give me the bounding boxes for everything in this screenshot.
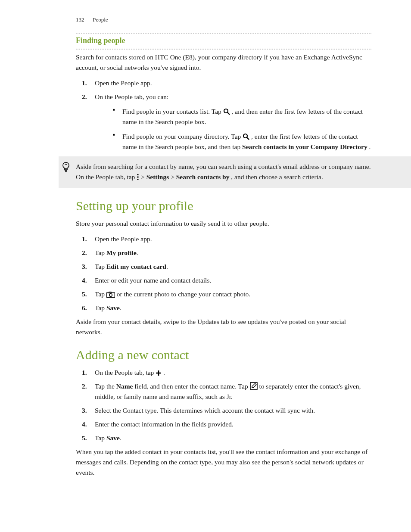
paragraph: When you tap the added contact in your c… xyxy=(76,447,371,478)
list-item: 2.Tap My profile. xyxy=(76,248,371,258)
svg-line-3 xyxy=(247,137,249,140)
heading-adding-new-contact: Adding a new contact xyxy=(76,348,371,362)
svg-point-4 xyxy=(63,162,69,168)
list-item: 5. Tap or the current photo to change yo… xyxy=(76,289,371,299)
svg-rect-7 xyxy=(137,174,139,175)
search-icon xyxy=(223,108,230,115)
svg-rect-15 xyxy=(250,383,257,389)
list-item: 4.Enter the contact information in the f… xyxy=(76,419,371,429)
list-item: 6.Tap Save. xyxy=(76,303,371,313)
list-item: Find people in your contacts list. Tap ,… xyxy=(113,106,371,127)
section-name: People xyxy=(93,16,108,23)
edit-icon xyxy=(250,382,258,390)
paragraph: Aside from your contact details, swipe t… xyxy=(76,317,371,337)
ordered-list: 1. On the People tab, tap . 2. Tap the N… xyxy=(76,367,371,443)
list-item: 5.Tap Save. xyxy=(76,433,371,443)
heading-finding-people: Finding people xyxy=(76,36,371,45)
ordered-list: 1.Open the People app. 2.Tap My profile.… xyxy=(76,234,371,313)
running-header: 132 People xyxy=(76,16,371,23)
list-item: 2. On the People tab, you can: Find peop… xyxy=(76,92,371,152)
svg-point-12 xyxy=(109,294,112,296)
list-item: 4.Enter or edit your name and contact de… xyxy=(76,275,371,286)
heading-setting-up-profile: Setting up your profile xyxy=(76,199,371,213)
page-number: 132 xyxy=(76,16,91,23)
plus-icon xyxy=(156,370,162,376)
list-item: 1. On the People tab, tap . xyxy=(76,367,371,378)
tip-box: Aside from searching for a contact by na… xyxy=(59,156,411,188)
lightbulb-icon xyxy=(61,162,72,172)
paragraph: Search for contacts stored on HTC One (E… xyxy=(76,52,371,73)
list-item: 1. Open the People app. xyxy=(76,78,371,88)
list-item: 3.Select the Contact type. This determin… xyxy=(76,405,371,416)
overflow-menu-icon xyxy=(137,174,139,180)
ordered-list: 1. Open the People app. 2. On the People… xyxy=(76,78,371,152)
svg-rect-8 xyxy=(137,177,139,178)
list-item: 3.Tap Edit my contact card. xyxy=(76,261,371,272)
list-item: 2. Tap the Name field, and then enter th… xyxy=(76,381,371,402)
camera-icon xyxy=(106,292,115,298)
tip-text: Aside from searching for a contact by na… xyxy=(76,162,371,182)
list-item: Find people on your company directory. T… xyxy=(113,131,371,152)
divider xyxy=(76,33,371,34)
svg-line-1 xyxy=(227,112,230,115)
search-icon xyxy=(243,133,249,140)
divider xyxy=(76,49,371,50)
svg-rect-9 xyxy=(137,179,139,180)
list-item: 1.Open the People app. xyxy=(76,234,371,244)
paragraph: Store your personal contact information … xyxy=(76,218,371,229)
bullet-list: Find people in your contacts list. Tap ,… xyxy=(113,106,371,152)
